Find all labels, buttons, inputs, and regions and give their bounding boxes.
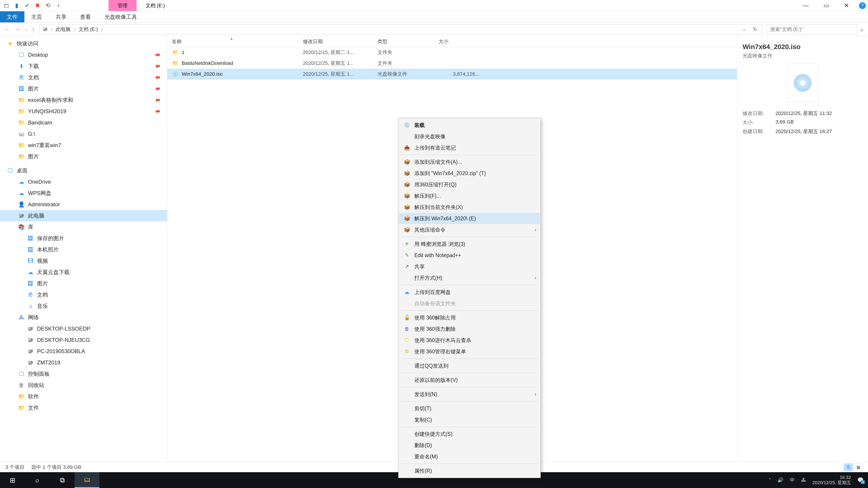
view-thumbnails-button[interactable]: ▦ xyxy=(854,464,863,471)
start-button[interactable]: ⊞ xyxy=(0,472,25,488)
tree-node[interactable]: 📚库 xyxy=(0,221,167,233)
tree-node[interactable]: 🖳此电脑 xyxy=(0,210,167,221)
tree-node[interactable]: 🖹文档 xyxy=(0,289,167,300)
tree-node[interactable]: 📁win7重装win7 xyxy=(0,140,167,151)
view-details-button[interactable]: ☰ xyxy=(844,464,852,471)
back-button[interactable]: ← xyxy=(4,26,10,33)
contextual-tab-manage[interactable]: 管理 xyxy=(108,0,136,11)
context-menu-item[interactable]: 📦用360压缩打开(Q) xyxy=(399,179,540,190)
breadcrumb[interactable]: 🖳 › 此电脑 › 文档 (E:) › ⌄ ↻ xyxy=(39,24,762,34)
network-icon[interactable]: 🖧 xyxy=(801,477,806,483)
context-menu-item[interactable]: 复制(C) xyxy=(399,414,540,425)
tree-node[interactable]: ☁WPS网盘 xyxy=(0,188,167,199)
tree-node[interactable]: 🖼本机照片 xyxy=(0,244,167,255)
context-menu-item[interactable]: 📦解压到(F)... xyxy=(399,190,540,201)
context-menu-item[interactable]: 还原以前的版本(V) xyxy=(399,375,540,386)
context-menu-item[interactable]: 💿装载 xyxy=(399,120,540,131)
context-menu-item[interactable]: 打开方式(H)› xyxy=(399,272,540,284)
tree-node[interactable]: 📁图片 xyxy=(0,151,167,162)
tree-node[interactable]: 🖳PC-20190530OBLA xyxy=(0,346,167,357)
file-row[interactable]: 📁BaiduNetdiskDownload2020/12/25, 星期五 1..… xyxy=(167,58,737,69)
tree-node[interactable]: 🖵控制面板 xyxy=(0,368,167,380)
refresh-icon[interactable]: ↻ xyxy=(751,26,759,32)
file-row[interactable]: 💿Win7x64_2020.iso2020/12/25, 星期五 1...光盘映… xyxy=(167,69,737,79)
tree-node[interactable]: 🖼保存的图片 xyxy=(0,233,167,244)
tree-node[interactable]: ☁天翼云盘下载 xyxy=(0,267,167,278)
context-menu-item[interactable]: ✳用 蜂蜜浏览器 浏览(3) xyxy=(399,238,540,250)
file-list[interactable]: 名称 ▴ 修改日期 类型 大小 📁12020/12/15, 星期二 1...文件… xyxy=(167,36,737,462)
context-menu-item[interactable]: 📤上传到有道云笔记 xyxy=(399,142,540,153)
ribbon-tab-view[interactable]: 查看 xyxy=(73,11,98,22)
breadcrumb-dropdown-icon[interactable]: ⌄ xyxy=(740,26,748,32)
tree-node[interactable]: 🗑回收站 xyxy=(0,380,167,391)
tree-node[interactable]: 🖹文档📌 xyxy=(0,72,167,83)
up-button[interactable]: ↑ xyxy=(32,26,35,33)
context-menu-item[interactable]: ⚙使用 360管理右键菜单 xyxy=(399,346,540,357)
context-menu-item[interactable]: 📦其他压缩命令› xyxy=(399,224,540,235)
tree-node[interactable]: ☁OneDrive xyxy=(0,176,167,188)
context-menu-item[interactable]: 📦添加到 "Win7x64_2020.zip" (T) xyxy=(399,168,540,179)
taskbar-clock[interactable]: 16:32 2020/12/25, 星期五 xyxy=(812,475,851,485)
context-menu[interactable]: 💿装载刻录光盘映像📤上传到有道云笔记📦添加到压缩文件(A)...📦添加到 "Wi… xyxy=(398,118,541,478)
help-button[interactable]: ? xyxy=(857,0,868,11)
tree-node[interactable]: 📁Bandicam xyxy=(0,117,167,128)
tree-node[interactable]: 🖧网络 xyxy=(0,312,167,323)
action-center-icon[interactable]: 💬 3 xyxy=(857,477,864,483)
tree-node[interactable]: 📁软件 xyxy=(0,391,167,402)
tree-node[interactable]: ★快速访问 xyxy=(0,38,167,49)
ime-indicator[interactable]: 中 xyxy=(790,477,795,484)
tree-node[interactable]: 👤Administrator xyxy=(0,199,167,210)
context-menu-item[interactable]: 创建快捷方式(S) xyxy=(399,428,540,440)
check-icon[interactable]: ✔ xyxy=(23,2,31,10)
taskbar-explorer-button[interactable]: 🗂 xyxy=(74,472,99,488)
context-menu-item[interactable]: 发送到(N)› xyxy=(399,389,540,400)
ribbon-tab-share[interactable]: 共享 xyxy=(49,11,73,22)
context-menu-item[interactable]: 剪切(T) xyxy=(399,403,540,414)
search-icon[interactable]: ⌕ xyxy=(860,26,864,33)
tray-overflow-icon[interactable]: ˄ xyxy=(769,477,771,483)
context-menu-item[interactable]: 🔓使用 360解除占用 xyxy=(399,312,540,323)
context-menu-item[interactable]: 📦解压到 Win7x64_2020\ (E) xyxy=(399,213,540,224)
breadcrumb-seg-0[interactable]: 此电脑 xyxy=(56,26,70,33)
context-menu-item[interactable]: ✎Edit with Notepad++ xyxy=(399,250,540,261)
forward-button[interactable]: → xyxy=(14,26,20,33)
tree-node[interactable]: ⬇下载📌 xyxy=(0,61,167,72)
context-menu-item[interactable]: 刻录光盘映像 xyxy=(399,131,540,142)
context-menu-item[interactable]: 🛡使用 360进行木马云查杀 xyxy=(399,335,540,346)
tree-node[interactable]: 🖼图片 xyxy=(0,278,167,289)
tree-node[interactable]: 📁YUNQISHI2019📌 xyxy=(0,106,167,117)
tree-node[interactable]: 📁文件 xyxy=(0,402,167,414)
tree-node[interactable]: 🖵Desktop📌 xyxy=(0,49,167,61)
context-menu-item[interactable]: ☁上传到百度网盘 xyxy=(399,287,540,298)
ribbon-tab-home[interactable]: 主页 xyxy=(24,11,49,22)
maximize-button[interactable]: ▭ xyxy=(816,0,836,11)
task-view-button[interactable]: ⧉ xyxy=(50,472,74,488)
column-type[interactable]: 类型 xyxy=(377,38,438,45)
breadcrumb-seg-1[interactable]: 文档 (E:) xyxy=(79,26,98,33)
navigation-tree[interactable]: ★快速访问🖵Desktop📌⬇下载📌🖹文档📌🖼图片📌📁excel表格制作求和📌📁… xyxy=(0,36,167,462)
tree-node[interactable]: ♫音乐 xyxy=(0,300,167,312)
qat-dropdown-icon[interactable]: ▾ xyxy=(54,2,62,10)
recent-dropdown-icon[interactable]: ⌄ xyxy=(24,27,28,32)
ribbon-tab-file[interactable]: 文件 xyxy=(0,11,24,22)
tree-node[interactable]: 🖳DESKTOP-NJEU3CG xyxy=(0,334,167,346)
tree-node[interactable]: 📁excel表格制作求和📌 xyxy=(0,94,167,106)
context-menu-item[interactable]: 📦解压到当前文件夹(X) xyxy=(399,201,540,213)
tree-node[interactable]: 🖼图片📌 xyxy=(0,83,167,94)
tree-node[interactable]: 🖵桌面 xyxy=(0,165,167,176)
context-menu-item[interactable]: ↗共享 xyxy=(399,261,540,272)
delete-icon[interactable]: ✖ xyxy=(33,2,41,10)
file-row[interactable]: 📁12020/12/15, 星期二 1...文件夹 xyxy=(167,47,737,58)
context-menu-item[interactable]: 属性(R) xyxy=(399,465,540,477)
context-menu-item[interactable]: 🗑使用 360强力删除 xyxy=(399,323,540,335)
volume-icon[interactable]: 🔊 xyxy=(777,477,783,483)
search-input[interactable] xyxy=(767,24,857,34)
minimize-button[interactable]: — xyxy=(796,0,816,11)
save-icon[interactable]: ▮ xyxy=(13,2,21,10)
close-button[interactable]: ✕ xyxy=(836,0,857,11)
ribbon-tab-disc-tools[interactable]: 光盘映像工具 xyxy=(98,11,144,22)
column-date[interactable]: 修改日期 xyxy=(303,38,377,45)
tree-node[interactable]: 🖳DESKTOP-LSSOEDP xyxy=(0,323,167,334)
context-menu-item[interactable]: 通过QQ发送到 xyxy=(399,360,540,371)
context-menu-item[interactable]: 重命名(M) xyxy=(399,451,540,462)
